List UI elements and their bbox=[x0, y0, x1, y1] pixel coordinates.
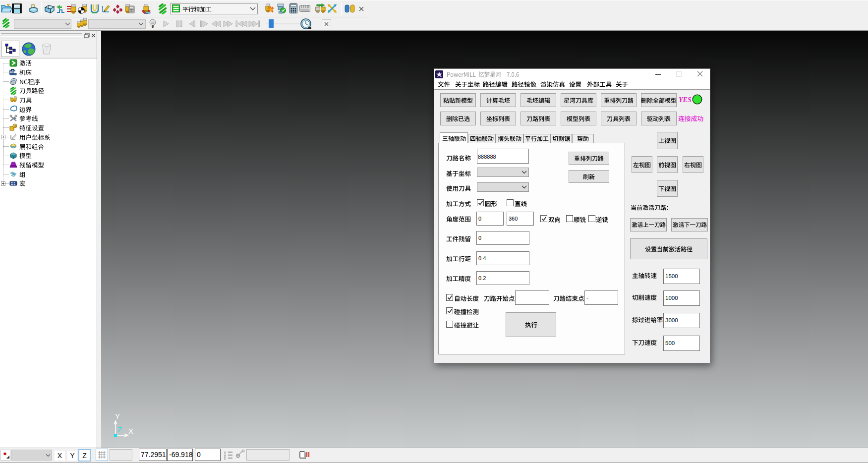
svg-text:X: X bbox=[128, 427, 133, 435]
svg-text:Z: Z bbox=[117, 425, 122, 434]
svg-text:z: z bbox=[224, 457, 226, 460]
svg-text:Y: Y bbox=[115, 412, 120, 420]
